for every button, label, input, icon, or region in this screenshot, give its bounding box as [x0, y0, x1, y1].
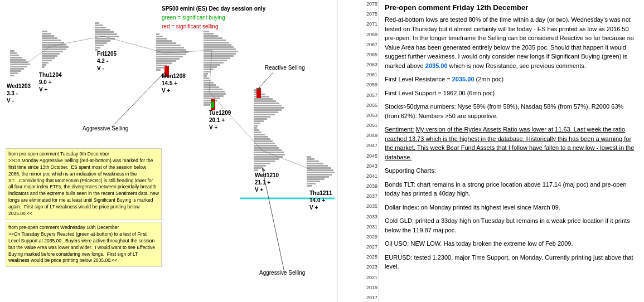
svg-rect-47: [156, 42, 176, 44]
svg-rect-59: [156, 69, 161, 71]
gold-text: Gold GLD: printed a 33day high on Tuesda…: [385, 216, 638, 235]
svg-rect-116: [254, 138, 270, 140]
svg-rect-23: [42, 53, 60, 55]
session-mon1208: Mon1208 14.5 + V +: [162, 72, 186, 94]
chart-area: SP500 emini (ES) Dec day session only gr…: [0, 0, 379, 302]
svg-rect-71: [204, 55, 234, 57]
svg-rect-110: [254, 125, 258, 126]
svg-rect-104: [254, 111, 278, 113]
svg-rect-140: [307, 176, 329, 178]
svg-rect-48: [156, 45, 181, 46]
bonds-text: Bonds TLT: chart remains in a strong pri…: [385, 180, 638, 198]
chart-title: SP500 emini (ES) Dec day session only: [162, 4, 265, 13]
svg-rect-135: [307, 165, 328, 167]
svg-line-150: [112, 72, 164, 127]
svg-rect-63: [204, 37, 222, 39]
svg-rect-139: [307, 174, 332, 176]
svg-rect-117: [254, 140, 273, 142]
svg-rect-74: [204, 62, 224, 64]
yellow-box-1: from pre-open comment Tuesday 9th Decemb…: [6, 148, 162, 220]
svg-rect-114: [254, 134, 265, 135]
svg-rect-111: [254, 127, 257, 129]
svg-rect-83: [204, 82, 214, 84]
svg-rect-34: [95, 31, 114, 33]
svg-rect-120: [254, 147, 279, 149]
support-line: First Level Support = 1962.00 (6mn poc): [385, 89, 638, 98]
svg-rect-41: [95, 47, 100, 48]
eurusd-text: EURUSD: tested 1.2300, major Time Suppor…: [385, 253, 638, 271]
svg-rect-26: [42, 60, 52, 61]
svg-rect-11: [10, 72, 18, 74]
svg-rect-76: [204, 66, 217, 68]
svg-rect-6: [10, 61, 28, 63]
svg-rect-132: [307, 158, 314, 160]
svg-rect-103: [254, 109, 282, 111]
svg-rect-77: [204, 69, 214, 70]
svg-rect-52: [156, 53, 186, 55]
svg-rect-61: [204, 33, 214, 35]
svg-rect-133: [307, 160, 319, 162]
aggressive-selling-label-1: Aggressive Selling: [83, 125, 128, 131]
svg-rect-17: [42, 40, 61, 41]
session-thu1211: Thu1211 14.0 + V +: [309, 189, 332, 211]
sentiment-text: My version of the Rydex Assets Ratio was…: [385, 126, 634, 160]
supporting-label: Supporting Charts:: [385, 166, 638, 176]
svg-rect-137: [307, 169, 333, 171]
svg-rect-138: [307, 172, 335, 173]
resistance-line: First Level Resistance = 2035.00 (2mn po…: [385, 75, 638, 84]
svg-rect-148: [211, 101, 214, 108]
svg-rect-121: [254, 149, 282, 151]
svg-rect-90: [204, 98, 220, 99]
panel-title: Pre-open comment Friday 12th December: [385, 3, 638, 12]
svg-rect-106: [254, 116, 270, 118]
svg-rect-142: [307, 181, 320, 182]
svg-rect-64: [204, 40, 226, 41]
svg-rect-54: [156, 58, 180, 60]
session-tue1209: Tue1209 20.1 + V +: [209, 109, 231, 131]
svg-rect-80: [204, 75, 207, 77]
svg-rect-102: [254, 107, 284, 109]
svg-rect-8: [10, 66, 27, 67]
svg-rect-12: [10, 75, 14, 76]
yellow-box-2: from pre-open comment Wednesday 10th Dec…: [6, 222, 162, 267]
svg-rect-105: [254, 114, 275, 115]
svg-rect-127: [254, 163, 270, 164]
svg-rect-65: [204, 42, 229, 43]
svg-rect-15: [42, 35, 54, 37]
svg-rect-130: [254, 169, 258, 171]
svg-line-152: [256, 72, 273, 90]
svg-rect-144: [307, 185, 312, 187]
session-thu1204: Thu1204 9.0 + V +: [39, 71, 62, 93]
svg-rect-128: [254, 165, 266, 167]
reactive-selling-label: Reactive Selling: [265, 65, 305, 71]
svg-rect-38: [95, 40, 110, 42]
svg-rect-56: [156, 62, 172, 64]
svg-rect-86: [204, 89, 222, 90]
svg-rect-141: [307, 178, 325, 180]
chart-legend-red: red = significant selling: [162, 22, 265, 31]
svg-rect-87: [204, 91, 225, 92]
svg-rect-22: [42, 51, 63, 52]
svg-rect-39: [95, 42, 107, 44]
svg-rect-73: [204, 60, 227, 61]
svg-rect-29: [42, 66, 45, 68]
svg-rect-123: [254, 154, 285, 155]
svg-rect-98: [254, 98, 273, 100]
svg-rect-79: [204, 73, 208, 75]
svg-rect-2: [10, 52, 17, 54]
svg-rect-33: [95, 29, 110, 31]
svg-rect-78: [204, 71, 210, 72]
svg-rect-55: [156, 60, 176, 62]
svg-rect-70: [204, 53, 236, 55]
svg-rect-9: [10, 68, 24, 70]
svg-rect-85: [204, 86, 219, 88]
svg-rect-101: [254, 105, 282, 106]
svg-rect-126: [254, 160, 275, 162]
paragraph1: Red-at-bottom lows are tested 80% of the…: [385, 15, 638, 70]
svg-rect-1: [10, 50, 14, 52]
svg-rect-40: [95, 45, 104, 46]
svg-rect-53: [156, 56, 183, 57]
svg-rect-115: [254, 136, 268, 138]
svg-rect-44: [156, 36, 163, 37]
svg-rect-81: [204, 77, 209, 79]
